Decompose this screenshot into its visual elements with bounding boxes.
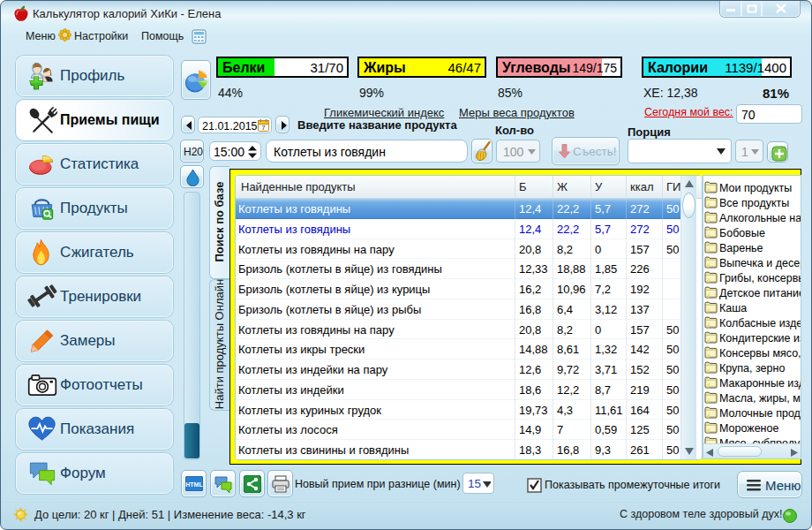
svg-text:7: 7	[261, 124, 266, 132]
svg-text:HTML: HTML	[185, 481, 203, 488]
